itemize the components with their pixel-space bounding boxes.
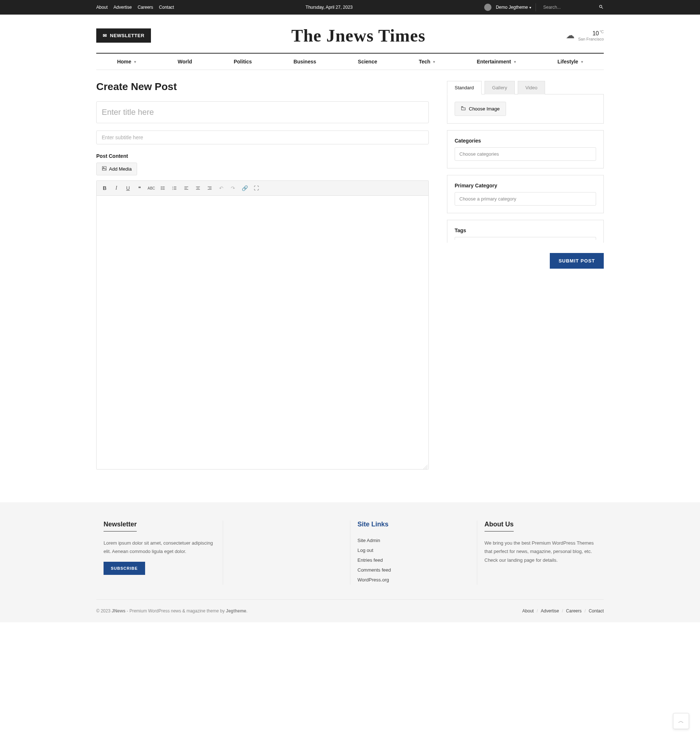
envelope-icon: ✉ xyxy=(103,33,107,38)
tags-box: Tags xyxy=(447,220,604,243)
tags-input-partial[interactable] xyxy=(454,237,596,240)
svg-rect-2 xyxy=(162,186,165,187)
avatar[interactable] xyxy=(484,4,491,11)
nav-world[interactable]: World xyxy=(170,54,199,70)
folder-icon xyxy=(461,106,466,112)
tab-video[interactable]: Video xyxy=(518,81,545,94)
footer-about-text: We bring you the best Premium WordPress … xyxy=(485,539,597,564)
editor-toolbar: B I U ❝ ABC 123 xyxy=(97,181,428,196)
nav-science[interactable]: Science xyxy=(351,54,385,70)
numbered-list-button[interactable]: 123 xyxy=(169,183,180,193)
subscribe-button[interactable]: SUBSCRIBE xyxy=(103,562,145,575)
tab-gallery[interactable]: Gallery xyxy=(485,81,515,94)
primary-category-box: Primary Category Choose a primary catego… xyxy=(447,175,604,213)
nav-business[interactable]: Business xyxy=(286,54,324,70)
svg-rect-15 xyxy=(184,189,188,189)
svg-rect-20 xyxy=(209,188,212,188)
chevron-down-icon: ▾ xyxy=(581,60,583,64)
sitelink-wordpress[interactable]: WordPress.org xyxy=(358,575,469,585)
svg-rect-10 xyxy=(174,188,176,188)
content-label: Post Content xyxy=(96,153,429,159)
post-title-input[interactable] xyxy=(96,101,429,123)
format-tabs: Standard Gallery Video xyxy=(447,81,604,94)
underline-button[interactable]: U xyxy=(123,183,133,193)
svg-rect-6 xyxy=(162,189,165,189)
svg-rect-16 xyxy=(196,186,200,187)
footer-link-careers[interactable]: Careers xyxy=(566,608,582,614)
editor-textarea[interactable] xyxy=(97,196,428,469)
svg-rect-17 xyxy=(197,188,199,188)
footer-about-title: About Us xyxy=(485,521,514,532)
svg-text:3: 3 xyxy=(172,188,174,190)
svg-rect-14 xyxy=(184,188,187,188)
link-button[interactable]: 🔗 xyxy=(240,183,250,193)
chevron-down-icon: ▾ xyxy=(134,60,136,64)
sitelink-comments[interactable]: Comments feed xyxy=(358,565,469,575)
primary-category-label: Primary Category xyxy=(454,183,596,188)
categories-box: Categories Choose categories xyxy=(447,130,604,169)
footer-link-advertise[interactable]: Advertise xyxy=(541,608,559,614)
footer-newsletter-title: Newsletter xyxy=(103,521,137,532)
header: ✉ NEWSLETTER The Jnews Times ☁ 10°C San … xyxy=(87,15,613,53)
nav-lifestyle[interactable]: Lifestyle▾ xyxy=(550,54,590,70)
footer-link-contact[interactable]: Contact xyxy=(589,608,604,614)
footer-link-about[interactable]: About xyxy=(522,608,534,614)
chevron-down-icon: ▾ xyxy=(529,6,531,9)
nav-tech[interactable]: Tech▾ xyxy=(412,54,443,70)
site-logo[interactable]: The Jnews Times xyxy=(151,25,566,46)
chevron-down-icon: ▾ xyxy=(514,60,516,64)
footer-newsletter-text: Lorem ipsum dolor sit amet, consectetuer… xyxy=(103,539,215,556)
newsletter-button[interactable]: ✉ NEWSLETTER xyxy=(96,28,151,43)
search-icon[interactable] xyxy=(599,4,604,10)
footer-sitelinks: Site Links Site Admin Log out Entries fe… xyxy=(350,521,477,585)
redo-button[interactable]: ↷ xyxy=(228,183,238,193)
topbar-link-advertise[interactable]: Advertise xyxy=(113,5,132,10)
bold-button[interactable]: B xyxy=(100,183,110,193)
submit-post-button[interactable]: SUBMIT POST xyxy=(550,253,604,269)
nav-politics[interactable]: Politics xyxy=(226,54,259,70)
align-center-button[interactable] xyxy=(193,183,203,193)
svg-point-1 xyxy=(161,186,162,187)
fullscreen-button[interactable]: ⛶ xyxy=(251,183,262,193)
primary-category-select[interactable]: Choose a primary category xyxy=(454,192,596,206)
cloud-icon: ☁ xyxy=(566,30,575,40)
footer: Newsletter Lorem ipsum dolor sit amet, c… xyxy=(0,502,700,622)
sitelink-logout[interactable]: Log out xyxy=(358,545,469,555)
media-icon xyxy=(102,166,107,172)
align-left-button[interactable] xyxy=(181,183,191,193)
footer-sitelinks-title: Site Links xyxy=(358,521,389,528)
nav-home[interactable]: Home▾ xyxy=(110,54,143,70)
add-media-button[interactable]: Add Media xyxy=(96,163,137,175)
search-input[interactable] xyxy=(540,3,599,11)
strikethrough-button[interactable]: ABC xyxy=(146,183,156,193)
align-right-button[interactable] xyxy=(204,183,215,193)
svg-rect-8 xyxy=(174,186,176,187)
svg-rect-18 xyxy=(196,189,200,189)
chevron-down-icon: ▾ xyxy=(433,60,435,64)
tab-standard[interactable]: Standard xyxy=(447,81,482,94)
post-subtitle-input[interactable] xyxy=(96,131,429,144)
categories-select[interactable]: Choose categories xyxy=(454,147,596,161)
weather-widget: ☁ 10°C San Francisco xyxy=(566,30,604,41)
footer-about: About Us We bring you the best Premium W… xyxy=(477,521,604,585)
topbar-link-contact[interactable]: Contact xyxy=(159,5,174,10)
user-menu[interactable]: Demo Jegtheme▾ xyxy=(496,5,531,10)
copyright: © 2023 JNews - Premium WordPress news & … xyxy=(96,608,247,614)
quote-button[interactable]: ❝ xyxy=(135,183,145,193)
nav-entertainment[interactable]: Entertainment▾ xyxy=(469,54,523,70)
categories-label: Categories xyxy=(454,138,596,144)
svg-point-3 xyxy=(161,188,162,188)
topbar-link-careers[interactable]: Careers xyxy=(137,5,153,10)
sitelink-admin[interactable]: Site Admin xyxy=(358,536,469,545)
undo-button[interactable]: ↶ xyxy=(216,183,226,193)
sitelink-entries[interactable]: Entries feed xyxy=(358,555,469,565)
svg-rect-12 xyxy=(174,189,176,189)
italic-button[interactable]: I xyxy=(111,183,121,193)
tags-label: Tags xyxy=(454,228,596,233)
svg-rect-4 xyxy=(162,188,165,188)
topbar-link-about[interactable]: About xyxy=(96,5,107,10)
choose-image-button[interactable]: Choose Image xyxy=(454,102,506,116)
resize-handle[interactable] xyxy=(423,464,428,468)
footer-empty-col xyxy=(223,521,350,585)
bullet-list-button[interactable] xyxy=(158,183,168,193)
